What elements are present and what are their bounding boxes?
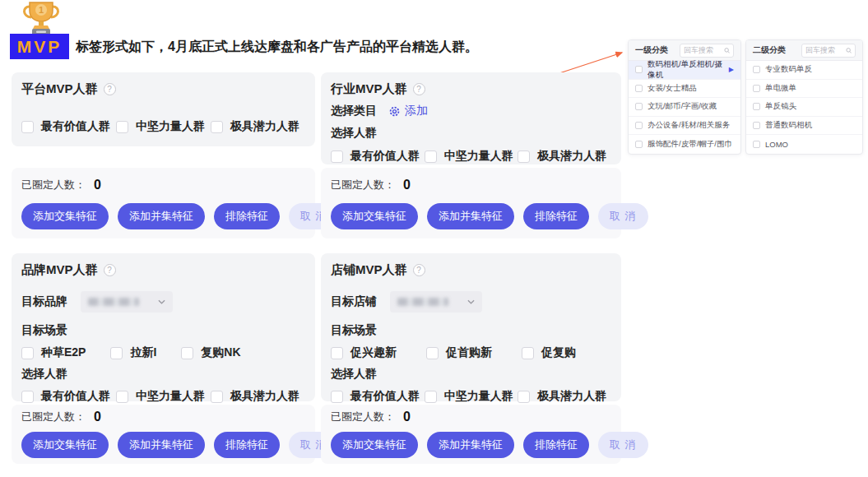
exclude-feature-button[interactable]: 排除特征 (214, 432, 280, 458)
level2-item-3[interactable]: 单反镜头 (746, 98, 862, 117)
checkbox[interactable] (21, 347, 34, 359)
crowd-option-most-valuable[interactable]: 最有价值人群 (21, 119, 116, 134)
cancel-button[interactable]: 取 消 (598, 432, 648, 458)
checkbox[interactable] (635, 66, 643, 73)
level1-item-5[interactable]: 服饰配件/皮带/帽子/围巾 (629, 135, 740, 154)
page-description: 标签形式如下，4月底正式上线达摩盘和各广告产品的平台精选人群。 (76, 39, 478, 56)
chevron-down-icon (467, 299, 475, 304)
checkbox[interactable] (635, 103, 643, 110)
checkbox[interactable] (518, 151, 530, 163)
checkbox[interactable] (211, 391, 223, 403)
crowd-option-backbone[interactable]: 中坚力量人群 (116, 119, 211, 134)
scene-option-2[interactable]: 拉新I (110, 345, 156, 360)
panel-industry-mvp: 行业MVP人群 ? 选择类目 添加 选择人群 最有价值人群 (321, 72, 621, 238)
level1-search-input[interactable] (684, 46, 722, 54)
industry-actions-card: 已圈定人数： 0 添加交集特征 添加并集特征 排除特征 取 消 (321, 168, 621, 238)
crowd-option-potential[interactable]: 极具潜力人群 (211, 389, 305, 404)
crowd-option-most-valuable[interactable]: 最有价值人群 (331, 149, 425, 164)
level2-search-box[interactable] (801, 44, 856, 58)
checkbox[interactable] (425, 391, 437, 403)
level2-item-4[interactable]: 普通数码相机 (746, 117, 862, 136)
checkbox[interactable] (425, 151, 437, 163)
panel-title: 品牌MVP人群 (21, 262, 98, 278)
add-intersect-feature-button[interactable]: 添加交集特征 (21, 203, 109, 229)
checkbox[interactable] (426, 347, 439, 359)
level1-item-4[interactable]: 办公设备/耗材/相关服务 (629, 117, 740, 136)
add-union-feature-button[interactable]: 添加并集特征 (118, 203, 205, 229)
selected-count-value: 0 (94, 410, 101, 424)
help-icon[interactable]: ? (413, 83, 425, 95)
exclude-feature-button[interactable]: 排除特征 (214, 203, 280, 229)
add-intersect-feature-button[interactable]: 添加交集特征 (331, 203, 418, 229)
scene-option-3[interactable]: 复购NK (181, 345, 240, 360)
trophy-icon: 1 (20, 0, 63, 36)
scene-label: 目标场景 (21, 323, 305, 338)
gear-icon (388, 105, 401, 118)
level1-item-3[interactable]: 文玩/邮币/字画/收藏 (629, 98, 740, 117)
crowd-option-potential[interactable]: 极具潜力人群 (518, 149, 611, 164)
exclude-feature-button[interactable]: 排除特征 (523, 203, 589, 229)
crowd-option-potential[interactable]: 极具潜力人群 (211, 119, 305, 134)
level2-header: 二级分类 (746, 40, 862, 61)
add-union-feature-button[interactable]: 添加并集特征 (427, 203, 514, 229)
level2-item-1[interactable]: 专业数码单反 (746, 61, 862, 80)
panel-title: 店铺MVP人群 (331, 262, 407, 278)
checkbox[interactable] (211, 121, 223, 133)
scene-option-1[interactable]: 种草E2P (21, 345, 86, 360)
checkbox[interactable] (116, 121, 128, 133)
help-icon[interactable]: ? (104, 83, 116, 95)
checkbox[interactable] (331, 347, 343, 359)
level1-search-box[interactable] (680, 44, 734, 58)
scene-option-3[interactable]: 促复购 (522, 345, 576, 360)
selected-count-label: 已圈定人数： (21, 178, 86, 192)
select-crowd-label: 选择人群 (21, 367, 305, 382)
add-union-feature-button[interactable]: 添加并集特征 (118, 432, 205, 458)
level2-title: 二级分类 (753, 44, 786, 56)
exclude-feature-button[interactable]: 排除特征 (523, 432, 589, 458)
add-category-link[interactable]: 添加 (388, 104, 428, 118)
cancel-button[interactable]: 取 消 (598, 203, 648, 229)
help-icon[interactable]: ? (413, 264, 425, 276)
platform-card: 平台MVP人群 ? 最有价值人群 中坚力量人群 极具潜力人群 (12, 72, 315, 146)
checkbox[interactable] (331, 151, 343, 163)
checkbox[interactable] (635, 122, 643, 129)
level1-item-1[interactable]: 数码相机/单反相机/摄像机 ▶ (629, 61, 740, 80)
checkbox[interactable] (753, 103, 760, 110)
checkbox[interactable] (110, 347, 123, 359)
select-category-label: 选择类目 (331, 104, 377, 118)
level1-item-2[interactable]: 女装/女士精品 (629, 80, 740, 99)
level1-title: 一级分类 (635, 44, 668, 56)
scene-option-2[interactable]: 促首购新 (426, 345, 492, 360)
crowd-option-most-valuable[interactable]: 最有价值人群 (21, 389, 116, 404)
crowd-option-backbone[interactable]: 中坚力量人群 (116, 389, 211, 404)
help-icon[interactable]: ? (104, 264, 116, 276)
target-brand-select[interactable] (81, 291, 173, 313)
level2-item-2[interactable]: 单电微单 (746, 80, 862, 99)
selected-count-value: 0 (403, 410, 411, 424)
checkbox[interactable] (21, 121, 34, 133)
level2-item-5[interactable]: LOMO (746, 135, 862, 154)
crowd-option-backbone[interactable]: 中坚力量人群 (425, 149, 518, 164)
checkbox[interactable] (635, 141, 643, 148)
select-crowd-label: 选择人群 (331, 367, 611, 382)
checkbox[interactable] (181, 347, 193, 359)
checkbox[interactable] (522, 347, 534, 359)
checkbox[interactable] (635, 85, 643, 92)
checkbox[interactable] (753, 66, 760, 73)
add-intersect-feature-button[interactable]: 添加交集特征 (331, 432, 418, 458)
crowd-option-potential[interactable]: 极具潜力人群 (518, 389, 611, 404)
checkbox[interactable] (116, 391, 128, 403)
checkbox[interactable] (21, 391, 34, 403)
crowd-option-most-valuable[interactable]: 最有价值人群 (331, 389, 425, 404)
level2-search-input[interactable] (805, 46, 844, 54)
checkbox[interactable] (331, 391, 343, 403)
crowd-option-backbone[interactable]: 中坚力量人群 (425, 389, 518, 404)
checkbox[interactable] (753, 141, 760, 148)
add-union-feature-button[interactable]: 添加并集特征 (427, 432, 514, 458)
scene-option-1[interactable]: 促兴趣新 (331, 345, 397, 360)
add-intersect-feature-button[interactable]: 添加交集特征 (21, 432, 109, 458)
checkbox[interactable] (753, 122, 760, 129)
target-shop-select[interactable] (390, 291, 482, 313)
checkbox[interactable] (518, 391, 530, 403)
checkbox[interactable] (753, 85, 760, 92)
